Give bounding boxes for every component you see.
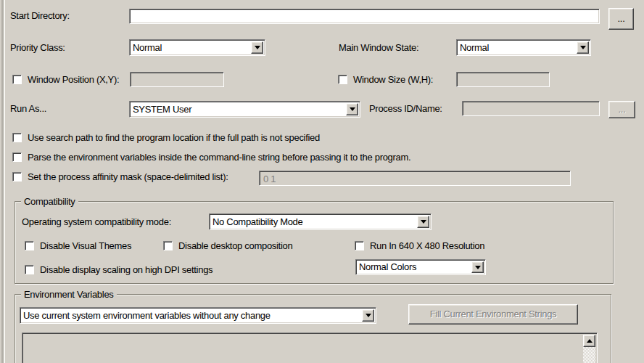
affinity-mask-row: Set the process affinity mask (space-del…	[12, 171, 228, 183]
disable-desktop-composition-checkbox[interactable]	[163, 241, 173, 250]
caret-down-icon	[475, 266, 481, 269]
scrollbar-track[interactable]	[583, 335, 595, 363]
caret-down-icon	[350, 107, 355, 111]
use-search-path-checkbox[interactable]	[12, 133, 22, 142]
window-position-input	[130, 72, 224, 87]
disable-dpi-scaling-row: Disable display scaling on high DPI sett…	[25, 264, 212, 276]
os-compatibility-mode-label: Operating system compatibility mode:	[22, 216, 171, 228]
use-search-path-label: Use search path to find the program loca…	[28, 132, 320, 144]
priority-class-select[interactable]: Normal	[129, 39, 265, 56]
main-window-state-dropdown-button[interactable]	[577, 41, 589, 54]
window-position-checkbox-row: Window Position (X,Y):	[12, 73, 119, 86]
disable-visual-themes-checkbox[interactable]	[25, 241, 34, 250]
caret-down-icon	[366, 314, 371, 317]
run-640x480-checkbox[interactable]	[355, 241, 364, 250]
os-compatibility-mode-value: No Compatibility Mode	[212, 216, 415, 228]
environment-mode-dropdown-button[interactable]	[362, 309, 374, 322]
window-size-input	[456, 72, 550, 87]
disable-visual-themes-row: Disable Visual Themes	[25, 240, 131, 252]
main-window-state-value: Normal	[460, 42, 574, 54]
color-mode-dropdown-button[interactable]	[471, 261, 484, 273]
use-search-path-row: Use search path to find the program loca…	[12, 131, 320, 144]
color-mode-select[interactable]: Normal Colors	[355, 259, 486, 275]
window-left-edge-highlight	[4, 0, 5, 363]
disable-dpi-scaling-label: Disable display scaling on high DPI sett…	[40, 264, 212, 276]
run-640x480-row: Run In 640 X 480 Resolution	[355, 240, 484, 252]
window-size-checkbox[interactable]	[338, 75, 347, 84]
parse-env-vars-label: Parse the environment variables inside t…	[28, 152, 410, 163]
caret-up-icon	[587, 339, 593, 343]
priority-class-label: Priority Class:	[10, 42, 65, 54]
affinity-mask-input: 0 1	[259, 171, 571, 186]
disable-dpi-scaling-checkbox[interactable]	[25, 265, 34, 274]
os-compatibility-dropdown-button[interactable]	[417, 216, 429, 228]
priority-class-dropdown-button[interactable]	[251, 41, 263, 54]
window-position-checkbox[interactable]	[12, 75, 22, 84]
os-compatibility-mode-select[interactable]: No Compatibility Mode	[209, 213, 432, 230]
caret-down-icon	[421, 220, 426, 224]
compatibility-group-title: Compatibility	[21, 196, 78, 208]
window-position-label: Window Position (X,Y):	[28, 74, 119, 86]
window-size-checkbox-row: Window Size (W,H):	[338, 73, 433, 86]
run-640x480-label: Run In 640 X 480 Resolution	[370, 240, 484, 252]
run-as-value: SYSTEM User	[133, 104, 344, 115]
parse-env-vars-checkbox[interactable]	[12, 152, 22, 162]
priority-class-value: Normal	[133, 42, 249, 54]
affinity-mask-label: Set the process affinity mask (space-del…	[28, 171, 228, 183]
run-as-select[interactable]: SYSTEM User	[129, 101, 360, 118]
environment-variables-textarea[interactable]	[22, 333, 598, 363]
process-id-name-label: Process ID/Name:	[369, 103, 442, 115]
disable-visual-themes-label: Disable Visual Themes	[40, 240, 131, 252]
process-id-name-input	[462, 101, 600, 116]
environment-mode-value: Use current system environment variables…	[23, 310, 360, 322]
run-as-label: Run As...	[10, 103, 46, 115]
disable-desktop-composition-row: Disable desktop composition	[163, 240, 292, 252]
parse-env-vars-row: Parse the environment variables inside t…	[12, 151, 410, 163]
start-directory-label: Start Directory:	[10, 10, 70, 22]
fill-current-environment-button: Fill Current Environment Strings	[408, 304, 578, 325]
environment-variables-group-title: Environment Variables	[21, 289, 117, 301]
caret-down-icon	[580, 46, 586, 49]
main-window-state-select[interactable]: Normal	[456, 39, 591, 56]
main-window-state-label: Main Window State:	[339, 42, 418, 54]
caret-down-icon	[255, 46, 260, 49]
window-size-label: Window Size (W,H):	[353, 74, 433, 86]
run-as-dropdown-button[interactable]	[346, 103, 358, 115]
process-id-browse-button: ...	[608, 101, 635, 118]
disable-desktop-composition-label: Disable desktop composition	[178, 240, 292, 252]
scroll-up-button[interactable]	[583, 335, 595, 347]
affinity-mask-checkbox[interactable]	[12, 172, 22, 182]
color-mode-value: Normal Colors	[359, 261, 469, 273]
environment-mode-select[interactable]: Use current system environment variables…	[20, 307, 376, 324]
start-directory-browse-button[interactable]: ...	[608, 8, 634, 30]
start-directory-input[interactable]	[129, 9, 600, 24]
